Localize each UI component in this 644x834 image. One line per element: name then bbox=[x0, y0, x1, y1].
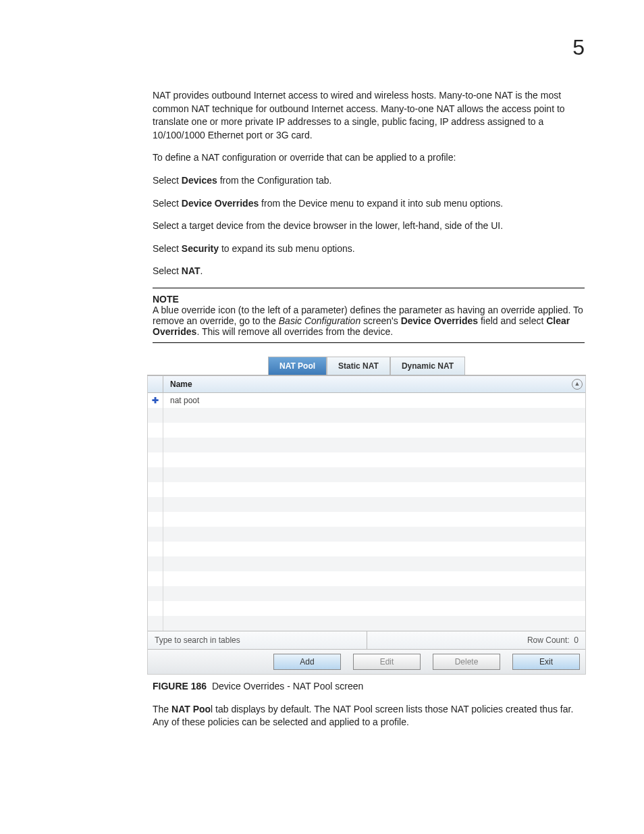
trailing-bold: NAT Poo bbox=[171, 704, 211, 714]
table-row[interactable] bbox=[148, 452, 585, 467]
step-5-text-a: Select bbox=[153, 265, 182, 276]
nat-pool-table: Name ▲ ✚ nat poot bbox=[147, 375, 586, 675]
header-name-col[interactable]: Name bbox=[163, 376, 569, 392]
step-4-text-a: Select bbox=[153, 243, 182, 254]
tab-nat-pool[interactable]: NAT Pool bbox=[268, 357, 327, 375]
row-count-value: 0 bbox=[574, 635, 579, 645]
table-header: Name ▲ bbox=[148, 376, 585, 393]
table-body: ✚ nat poot bbox=[148, 393, 585, 631]
note-block: NOTE A blue override icon (to the left o… bbox=[153, 288, 585, 343]
header-sort-col[interactable]: ▲ bbox=[569, 379, 585, 390]
table-row[interactable] bbox=[148, 616, 585, 631]
button-row: Add Edit Delete Exit bbox=[148, 649, 585, 674]
search-input[interactable]: Type to search in tables bbox=[148, 631, 367, 649]
step-1-text-c: from the Configuration tab. bbox=[217, 175, 332, 186]
exit-button[interactable]: Exit bbox=[512, 654, 580, 670]
tab-bar: NAT Pool Static NAT Dynamic NAT bbox=[147, 357, 586, 375]
table-row[interactable] bbox=[148, 423, 585, 438]
intro-paragraph: NAT provides outbound Internet access to… bbox=[153, 89, 585, 142]
table-row[interactable] bbox=[148, 482, 585, 497]
row-count: Row Count: 0 bbox=[367, 631, 586, 649]
note-t3: screen's bbox=[360, 315, 400, 326]
table-row[interactable] bbox=[148, 467, 585, 482]
row-count-label: Row Count: bbox=[527, 635, 570, 645]
table-footer: Type to search in tables Row Count: 0 bbox=[148, 631, 585, 649]
table-row[interactable] bbox=[148, 408, 585, 423]
note-bold-1: Device Overrides bbox=[401, 315, 478, 326]
table-row[interactable] bbox=[148, 438, 585, 452]
delete-button[interactable]: Delete bbox=[433, 654, 500, 670]
step-1-text-a: Select bbox=[153, 175, 182, 186]
table-row[interactable] bbox=[148, 512, 585, 527]
tab-dynamic-nat[interactable]: Dynamic NAT bbox=[390, 357, 465, 375]
step-3: Select a target device from the device b… bbox=[153, 219, 585, 233]
lead-in-paragraph: To define a NAT configuration or overrid… bbox=[153, 151, 585, 165]
step-2-bold: Device Overrides bbox=[182, 198, 259, 209]
step-4-text-c: to expand its sub menu options. bbox=[219, 243, 355, 254]
figure-label: FIGURE 186 bbox=[153, 681, 207, 692]
figure-caption: FIGURE 186 Device Overrides - NAT Pool s… bbox=[153, 680, 585, 694]
figure-caption-text: Device Overrides - NAT Pool screen bbox=[212, 681, 363, 692]
note-t7: . This will remove all overrides from th… bbox=[196, 326, 393, 337]
step-2-text-a: Select bbox=[153, 198, 182, 209]
override-icon: ✚ bbox=[148, 393, 163, 408]
table-row[interactable] bbox=[148, 527, 585, 542]
trailing-paragraph: The NAT Pool tab displays by default. Th… bbox=[153, 703, 585, 729]
note-heading: NOTE bbox=[153, 294, 585, 305]
step-4-bold: Security bbox=[182, 243, 219, 254]
sort-asc-icon: ▲ bbox=[572, 379, 583, 390]
table-row[interactable] bbox=[148, 571, 585, 586]
step-5-text-c: . bbox=[200, 265, 203, 276]
chapter-number: 5 bbox=[572, 35, 585, 60]
note-t5: field and select bbox=[478, 315, 546, 326]
step-5: Select NAT. bbox=[153, 265, 585, 278]
add-button[interactable]: Add bbox=[273, 654, 341, 670]
note-italic: Basic Configuration bbox=[279, 315, 360, 326]
table-row[interactable] bbox=[148, 601, 585, 616]
table-row[interactable] bbox=[148, 556, 585, 571]
step-1-bold: Devices bbox=[182, 175, 217, 186]
table-row[interactable] bbox=[148, 542, 585, 556]
tab-static-nat[interactable]: Static NAT bbox=[327, 357, 390, 375]
nat-pool-screenshot: NAT Pool Static NAT Dynamic NAT Name ▲ ✚… bbox=[147, 357, 586, 675]
row-name: nat poot bbox=[163, 396, 569, 405]
header-icon-col bbox=[148, 376, 163, 392]
table-row[interactable] bbox=[148, 586, 585, 601]
note-body: A blue override icon (to the left of a p… bbox=[153, 305, 585, 337]
table-row[interactable]: ✚ nat poot bbox=[148, 393, 585, 408]
step-4: Select Security to expand its sub menu o… bbox=[153, 242, 585, 256]
step-2: Select Device Overrides from the Device … bbox=[153, 197, 585, 211]
edit-button[interactable]: Edit bbox=[353, 654, 421, 670]
table-row[interactable] bbox=[148, 497, 585, 512]
step-1: Select Devices from the Configuration ta… bbox=[153, 174, 585, 188]
step-5-bold: NAT bbox=[182, 265, 200, 276]
step-2-text-c: from the Device menu to expand it into s… bbox=[259, 198, 503, 209]
trailing-t1: The bbox=[153, 704, 171, 714]
trailing-t3: l tab displays by default. The NAT Pool … bbox=[153, 704, 573, 728]
